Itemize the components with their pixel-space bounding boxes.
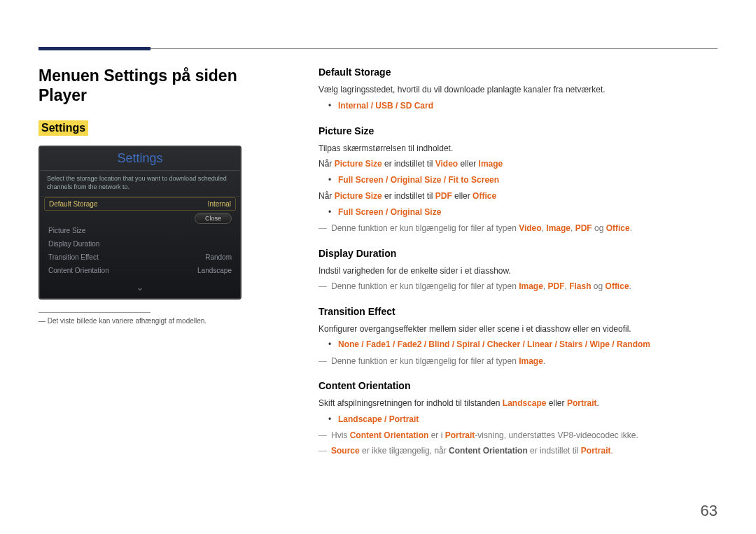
body-text: Skift afspilningsretningen for indhold t… (318, 397, 718, 410)
dash-note: Denne funktion er kun tilgængelig for fi… (318, 222, 718, 235)
body-text: Når Picture Size er indstillet til Video… (318, 157, 718, 171)
screenshot-subtitle: Select the storage location that you wan… (40, 171, 240, 196)
screenshot-row-default-storage: Default Storage Internal (44, 197, 236, 211)
row-label: Content Orientation (48, 267, 109, 274)
section-display-duration: Display Duration Indstil varigheden for … (318, 248, 718, 293)
body-text: Tilpas skærmstørrelsen til indholdet. (318, 142, 718, 155)
option-item: Full Screen / Original Size / Fit to Scr… (328, 174, 718, 187)
close-button: Close (195, 213, 232, 224)
option-list: None / Fade1 / Fade2 / Blind / Spiral / … (328, 338, 718, 351)
settings-heading: Settings (38, 120, 88, 136)
row-label: Transition Effect (48, 253, 99, 261)
screenshot-row-display-duration: Display Duration (40, 237, 240, 251)
footnote-rule (38, 312, 150, 313)
body-text: Konfigurer overgangseffekter mellem side… (318, 323, 718, 336)
row-value: Landscape (197, 267, 232, 274)
row-label: Display Duration (48, 240, 99, 248)
dash-note: Denne funktion er kun tilgængelig for fi… (318, 355, 718, 368)
chevron-down-icon: ⌄ (40, 277, 240, 298)
dash-note: Source er ikke tilgængelig, når Content … (318, 444, 718, 458)
section-picture-size: Picture Size Tilpas skærmstørrelsen til … (318, 125, 718, 235)
option-item: Landscape / Portrait (328, 413, 718, 426)
screenshot-row-content-orientation: Content Orientation Landscape (40, 264, 240, 277)
row-value: Internal (208, 200, 231, 208)
row-label: Picture Size (48, 227, 85, 234)
section-heading: Display Duration (318, 248, 718, 259)
option-list: Internal / USB / SD Card (328, 99, 718, 113)
section-heading: Default Storage (318, 66, 718, 78)
option-list: Full Screen / Original Size / Fit to Scr… (328, 174, 718, 187)
screenshot-close-row: Close (40, 211, 240, 224)
option-item: Full Screen / Original Size (328, 206, 718, 219)
screenshot-title: Settings (40, 147, 240, 171)
left-column: Menuen Settings på siden Player Settings… (38, 66, 276, 461)
top-accent-bar (38, 47, 150, 50)
page-title: Menuen Settings på siden Player (38, 66, 276, 105)
row-label: Default Storage (49, 200, 98, 208)
body-text: Vælg lagringsstedet, hvortil du vil down… (318, 83, 718, 97)
option-item: Internal / USB / SD Card (328, 99, 718, 113)
footnote-text: ― Det viste billede kan variere afhængig… (38, 317, 276, 325)
section-transition-effect: Transition Effect Konfigurer overgangsef… (318, 306, 718, 367)
section-default-storage: Default Storage Vælg lagringsstedet, hvo… (318, 66, 718, 113)
screenshot-row-transition-effect: Transition Effect Random (40, 251, 240, 264)
option-list: Landscape / Portrait (328, 413, 718, 426)
option-item: None / Fade1 / Fade2 / Blind / Spiral / … (328, 338, 718, 351)
row-value: Random (205, 253, 232, 261)
page-number: 63 (701, 502, 718, 520)
settings-screenshot: Settings Select the storage location tha… (38, 146, 241, 299)
body-text: Indstil varigheden for de enkelte sider … (318, 265, 718, 278)
section-heading: Picture Size (318, 125, 718, 136)
right-column: Default Storage Vælg lagringsstedet, hvo… (318, 66, 718, 461)
screenshot-row-picture-size: Picture Size (40, 224, 240, 237)
page-body: Menuen Settings på siden Player Settings… (38, 66, 718, 461)
section-heading: Content Orientation (318, 380, 718, 391)
option-list: Full Screen / Original Size (328, 206, 718, 219)
section-content-orientation: Content Orientation Skift afspilningsret… (318, 380, 718, 458)
dash-note: Hvis Content Orientation er i Portrait-v… (318, 429, 718, 442)
section-heading: Transition Effect (318, 306, 718, 317)
dash-note: Denne funktion er kun tilgængelig for fi… (318, 280, 718, 293)
body-text: Når Picture Size er indstillet til PDF e… (318, 190, 718, 203)
